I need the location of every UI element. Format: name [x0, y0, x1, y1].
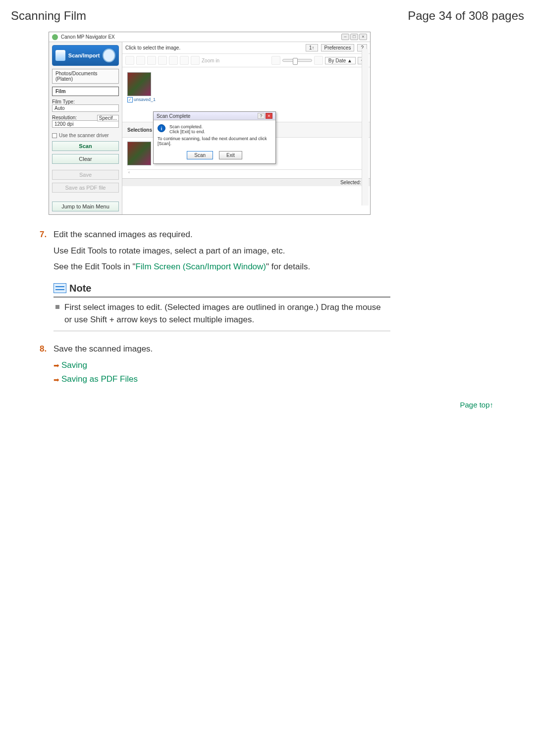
- resolution-label: Resolution: Specif...: [52, 115, 119, 120]
- clear-button[interactable]: Clear: [52, 154, 119, 164]
- note-icon: [54, 283, 66, 293]
- close-button[interactable]: ×: [359, 34, 367, 40]
- thumb-large-icon: [314, 56, 323, 65]
- page-title: Scanning Film: [11, 9, 86, 23]
- thumb-size-slider[interactable]: [282, 59, 312, 62]
- arrow-icon: ➡: [54, 375, 59, 385]
- tab-film[interactable]: Film: [52, 87, 119, 96]
- scan-button[interactable]: Scan: [52, 141, 119, 151]
- step7-p2b: " for details.: [266, 262, 310, 271]
- select-all-icon: [125, 56, 134, 65]
- dialog-close-button[interactable]: ×: [266, 113, 272, 119]
- resolution-select[interactable]: 1200 dpi: [52, 120, 119, 128]
- preferences-button[interactable]: Preferences: [321, 44, 355, 51]
- thumbnail-caption: unsaved_1: [134, 97, 156, 102]
- rotate-right-icon: [158, 56, 167, 65]
- thumb-checkbox[interactable]: ✓: [127, 97, 133, 102]
- save-button: Save: [52, 170, 119, 180]
- arrow-icon: ➡: [54, 360, 59, 370]
- crop-icon: [169, 56, 178, 65]
- save-pdf-button: Save as PDF file: [52, 183, 119, 193]
- bullet-icon: [55, 305, 59, 309]
- main-menu-button[interactable]: Jump to Main Menu: [52, 202, 119, 211]
- minimize-button[interactable]: –: [341, 34, 349, 40]
- step7-title: Edit the scanned images as required.: [54, 229, 525, 241]
- dialog-exit-button[interactable]: Exit: [219, 151, 242, 159]
- note-title: Note: [69, 281, 91, 296]
- saving-pdf-link[interactable]: Saving as PDF Files: [61, 373, 138, 386]
- use-scanner-driver-checkbox[interactable]: Use the scanner driver: [52, 133, 119, 138]
- window-title: Canon MP Navigator EX: [61, 34, 115, 40]
- sort-select[interactable]: By Date ▲: [325, 57, 356, 64]
- click-select-label: Click to select the image.: [125, 45, 180, 50]
- page-counter: Page 34 of 308 pages: [408, 9, 524, 23]
- guide-icon[interactable]: [103, 49, 115, 62]
- scrollbar[interactable]: [362, 49, 369, 205]
- scan-import-header: Scan/Import: [52, 45, 119, 66]
- dialog-line3: To continue scanning, load the next docu…: [158, 136, 271, 146]
- dialog-help-button[interactable]: ?: [258, 113, 265, 119]
- step-number: 7.: [40, 229, 49, 241]
- note-body: First select images to edit. (Selected i…: [64, 302, 388, 326]
- dialog-title: Scan Complete: [157, 113, 190, 119]
- grid-icon: [136, 56, 145, 65]
- step8-title: Save the scanned images.: [54, 343, 525, 355]
- selection-thumbnail[interactable]: [127, 142, 151, 165]
- checkbox-icon: [52, 133, 57, 138]
- thumbnail-image: [127, 72, 151, 96]
- zoom-label: Zoom in: [202, 58, 219, 63]
- scan-import-label: Scan/Import: [68, 52, 100, 58]
- scan-complete-dialog: Scan Complete ? × i Scan completed. Clic…: [153, 111, 276, 164]
- app-icon: [52, 34, 58, 40]
- page-top-link[interactable]: Page top↑: [460, 401, 493, 409]
- rotate-left-icon: [147, 56, 156, 65]
- tab-photos[interactable]: Photos/Documents (Platen): [52, 69, 119, 84]
- dialog-line2: Click [Exit] to end.: [169, 129, 205, 134]
- thumb-small-icon: [271, 56, 280, 65]
- maximize-button[interactable]: □: [350, 34, 358, 40]
- selections-label: Selections: [127, 127, 152, 133]
- specify-button[interactable]: Specif...: [97, 115, 119, 121]
- scan-import-icon: [55, 50, 65, 61]
- step-number: 8.: [40, 343, 49, 355]
- info-icon: i: [158, 124, 165, 132]
- screenshot: Canon MP Navigator EX – □ × Scan/Import …: [49, 32, 371, 215]
- saving-link[interactable]: Saving: [61, 359, 87, 372]
- dialog-line1: Scan completed.: [169, 124, 205, 129]
- step7-p2a: See the Edit Tools in ": [54, 262, 135, 271]
- sort-toggle[interactable]: 1↑: [306, 44, 318, 51]
- film-type-select[interactable]: Auto: [52, 104, 119, 112]
- film-type-label: Film Type:: [52, 99, 119, 104]
- step7-p1: Use Edit Tools to rotate images, select …: [54, 245, 525, 257]
- zoom-icon: [191, 56, 200, 65]
- film-screen-link[interactable]: Film Screen (Scan/Import Window): [135, 262, 266, 271]
- dialog-scan-button[interactable]: Scan: [187, 151, 213, 159]
- trim-icon: [180, 56, 189, 65]
- thumbnail[interactable]: ✓unsaved_1: [127, 72, 156, 102]
